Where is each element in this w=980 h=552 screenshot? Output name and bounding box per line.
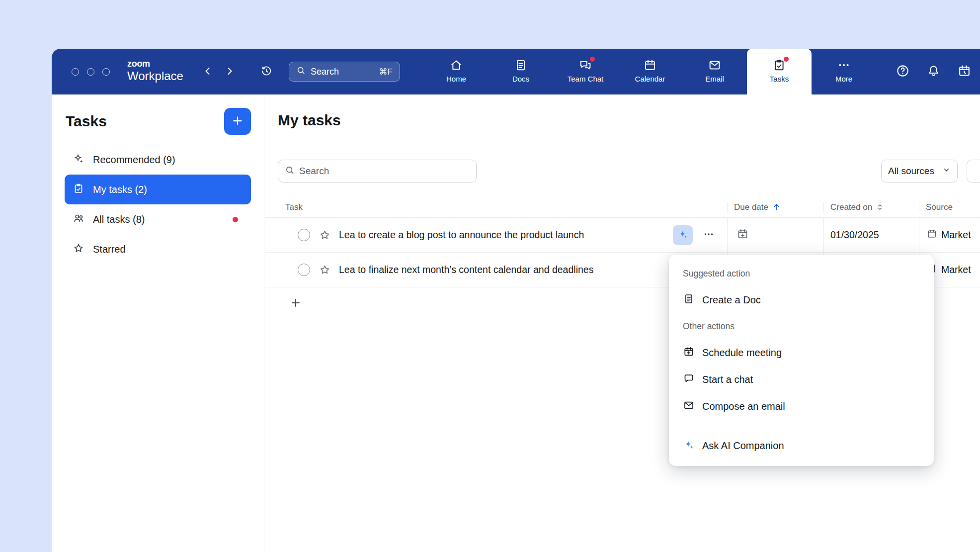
zoom-workplace-window: zoom Workplace Search ⌘F xyxy=(52,49,980,552)
nav-label: Home xyxy=(446,75,466,83)
calendar-icon xyxy=(926,228,937,242)
bell-icon xyxy=(926,64,941,80)
nav-label: Tasks xyxy=(770,75,789,83)
nav-item-home[interactable]: Home xyxy=(424,49,489,94)
page-title: My tasks xyxy=(278,112,341,129)
sidebar-item-all-tasks[interactable]: All tasks (8) xyxy=(65,204,251,234)
menu-divider xyxy=(679,426,924,426)
sidebar-item-label: Starred xyxy=(93,244,126,255)
sources-filter-dropdown[interactable]: All sources xyxy=(881,160,958,183)
sidebar-header: Tasks xyxy=(66,107,251,135)
tasks-icon xyxy=(772,58,786,72)
due-date-cell[interactable] xyxy=(727,218,823,252)
column-header-source[interactable]: Source xyxy=(919,202,980,212)
help-button[interactable] xyxy=(894,63,911,81)
window-zoom-button[interactable] xyxy=(102,68,110,76)
zoom-wordmark: zoom xyxy=(127,58,183,69)
task-title[interactable]: Lea to finalize next month’s content cal… xyxy=(339,264,593,276)
task-complete-radio[interactable] xyxy=(298,264,310,276)
task-complete-radio[interactable] xyxy=(298,229,310,241)
calendar-icon xyxy=(643,58,657,72)
global-search[interactable]: Search ⌘F xyxy=(289,62,400,82)
nav-item-tasks[interactable]: Tasks xyxy=(747,49,812,94)
suggested-actions-menu: Suggested action Create a Doc Other acti… xyxy=(669,255,934,466)
window-controls xyxy=(72,49,110,94)
menu-item-compose-email[interactable]: Compose an email xyxy=(669,393,934,420)
created-on-value: 01/30/2025 xyxy=(830,229,879,241)
history-button[interactable] xyxy=(257,63,275,81)
docs-icon xyxy=(514,58,528,72)
star-icon[interactable] xyxy=(319,229,331,241)
created-on-cell: 01/30/2025 xyxy=(823,218,919,252)
history-icon xyxy=(260,65,272,79)
source-value: Market xyxy=(941,264,971,276)
tasks-notification-dot xyxy=(784,57,789,62)
task-search-input[interactable] xyxy=(299,166,470,177)
scheduler-button[interactable] xyxy=(955,63,973,81)
nav-label: Docs xyxy=(512,75,529,83)
task-cell: Lea to finalize next month’s content cal… xyxy=(265,253,727,287)
ai-sparkle-icon xyxy=(683,439,695,453)
ai-sparkle-icon xyxy=(677,229,689,242)
menu-item-label: Schedule meeting xyxy=(702,347,782,359)
nav-item-team-chat[interactable]: Team Chat xyxy=(553,49,618,94)
sidebar-item-starred[interactable]: Starred xyxy=(65,234,251,264)
notifications-button[interactable] xyxy=(924,63,942,81)
global-search-placeholder: Search xyxy=(311,67,339,77)
menu-item-create-doc[interactable]: Create a Doc xyxy=(669,286,934,313)
row-more-button[interactable] xyxy=(701,228,716,243)
task-title[interactable]: Lea to create a blog post to announce th… xyxy=(339,229,584,241)
nav-item-more[interactable]: More xyxy=(812,49,876,94)
menu-item-schedule-meeting[interactable]: Schedule meeting xyxy=(669,339,934,366)
menu-item-label: Ask AI Companion xyxy=(702,440,784,452)
email-icon xyxy=(683,399,695,414)
nav-item-calendar[interactable]: Calendar xyxy=(618,49,682,94)
help-icon xyxy=(896,64,910,80)
menu-section-label: Other actions xyxy=(669,313,934,339)
menu-section-label: Suggested action xyxy=(669,261,934,286)
column-header-created-on[interactable]: Created on xyxy=(823,202,919,212)
column-label: Due date xyxy=(734,202,768,212)
menu-item-start-chat[interactable]: Start a chat xyxy=(669,366,934,393)
sidebar-item-recommended[interactable]: Recommended (9) xyxy=(65,145,251,175)
nav-label: Calendar xyxy=(635,75,665,83)
ellipsis-icon xyxy=(703,228,715,242)
sort-ascending-icon[interactable] xyxy=(772,202,781,212)
sidebar-item-my-tasks[interactable]: My tasks (2) xyxy=(65,175,251,204)
plus-icon xyxy=(290,297,302,310)
sidebar-item-label: Recommended (9) xyxy=(93,154,175,166)
people-icon xyxy=(73,212,84,227)
team-chat-notification-dot xyxy=(590,57,595,62)
add-task-button[interactable] xyxy=(288,296,303,311)
column-header-due-date[interactable]: Due date xyxy=(727,202,823,212)
task-cell: Lea to create a blog post to announce th… xyxy=(265,218,727,252)
task-row: Lea to create a blog post to announce th… xyxy=(265,218,980,253)
new-task-button[interactable] xyxy=(224,108,251,135)
desktop-background: zoom Workplace Search ⌘F xyxy=(0,0,980,552)
ai-companion-button[interactable] xyxy=(673,225,693,245)
window-close-button[interactable] xyxy=(72,68,79,76)
primary-nav: Home Docs Team Chat xyxy=(424,49,876,94)
nav-label: Email xyxy=(705,75,724,83)
task-search[interactable] xyxy=(278,160,477,183)
menu-item-label: Start a chat xyxy=(702,374,753,385)
window-minimize-button[interactable] xyxy=(87,68,94,76)
star-icon[interactable] xyxy=(319,264,331,276)
back-button[interactable] xyxy=(199,63,217,81)
clipped-toolbar-button[interactable] xyxy=(967,160,980,183)
nav-label: More xyxy=(835,75,852,83)
nav-item-email[interactable]: Email xyxy=(682,49,747,94)
column-label: Created on xyxy=(830,202,872,212)
menu-item-label: Compose an email xyxy=(702,401,785,412)
forward-button[interactable] xyxy=(221,63,239,81)
column-header-task[interactable]: Task xyxy=(265,202,727,212)
nav-item-docs[interactable]: Docs xyxy=(489,49,553,94)
sort-toggle-icon[interactable] xyxy=(876,203,884,211)
search-icon xyxy=(296,66,306,78)
menu-item-ask-ai-companion[interactable]: Ask AI Companion xyxy=(669,432,934,459)
sidebar-title: Tasks xyxy=(66,113,107,130)
column-label: Task xyxy=(285,202,303,212)
chevron-down-icon xyxy=(942,166,951,177)
sidebar-nav-list: Recommended (9) My tasks (2) All tasks (… xyxy=(52,145,264,264)
nav-label: Team Chat xyxy=(568,75,604,83)
